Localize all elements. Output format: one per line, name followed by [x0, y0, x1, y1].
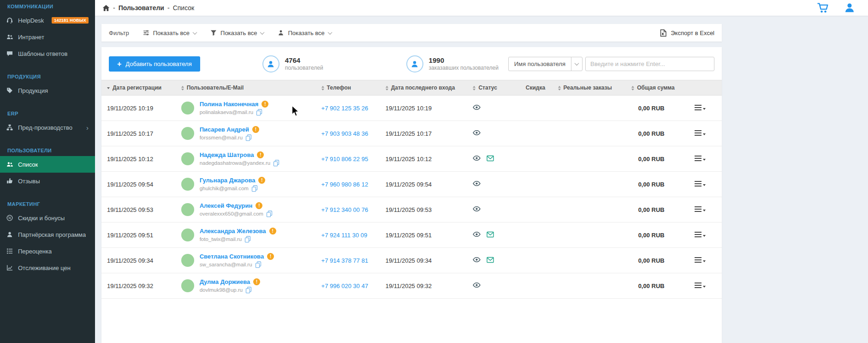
row-actions-menu-button[interactable] — [695, 156, 706, 161]
copy-icon[interactable] — [255, 261, 262, 268]
copy-icon[interactable] — [245, 134, 252, 141]
users-count-label: пользователей — [285, 65, 323, 72]
last-login-date: 19/11/2025 09:51 — [386, 232, 432, 239]
sidebar-item-products[interactable]: Продукция — [0, 82, 95, 99]
sidebar-item-label: Переоценка — [18, 248, 52, 255]
add-user-button[interactable]: + Добавить пользователя — [109, 56, 200, 72]
sidebar-item-users-list[interactable]: Список — [0, 156, 95, 173]
phone-link[interactable]: +7 996 020 30 47 — [321, 283, 369, 289]
eye-status-icon[interactable] — [473, 282, 481, 289]
user-name-link[interactable]: Дулма Доржиева — [200, 278, 250, 285]
row-actions-menu-button[interactable] — [695, 283, 706, 288]
phone-link[interactable]: +7 912 340 00 76 — [321, 206, 369, 213]
sidebar-item-discounts[interactable]: Скидки и бонусы — [0, 210, 95, 226]
copy-icon[interactable] — [245, 287, 252, 294]
copy-icon[interactable] — [251, 185, 258, 192]
sidebar-item-helpdesk[interactable]: HelpDesk 142181 НОВЫХ — [0, 12, 95, 29]
row-actions-menu-button[interactable] — [695, 130, 706, 136]
column-header-status[interactable]: Статус — [469, 80, 522, 96]
phone-link[interactable]: +7 960 980 86 12 — [321, 181, 369, 188]
funnel-icon — [210, 30, 217, 36]
sidebar-item-preproduction[interactable]: Пред-производство › — [0, 119, 95, 136]
eye-status-icon[interactable] — [473, 231, 481, 238]
user-name-link[interactable]: Гульнара Джарова — [200, 177, 256, 184]
column-header-total[interactable]: Общая сумма — [628, 80, 678, 96]
phone-link[interactable]: +7 902 125 35 26 — [321, 105, 369, 112]
sidebar-section-users: ПОЛЬЗОВАТЕЛИ Список Отзывы — [0, 144, 95, 189]
total-amount: 0,00 RUB — [638, 156, 665, 162]
sidebar-item-label: Шаблоны ответов — [18, 50, 68, 57]
avatar — [181, 279, 194, 292]
mail-status-icon[interactable] — [487, 257, 494, 263]
sidebar-item-partner-program[interactable]: Партнёрская программа — [0, 226, 95, 243]
row-actions-menu-button[interactable] — [695, 257, 706, 263]
caret-down-icon — [703, 159, 706, 161]
column-header-phone[interactable]: Телефон — [318, 80, 382, 96]
search-input[interactable] — [585, 57, 714, 71]
mail-status-icon[interactable] — [487, 231, 494, 238]
sidebar-item-intranet[interactable]: Интранет — [0, 29, 95, 45]
user-name-link[interactable]: Полина Наконечная — [200, 101, 259, 108]
filter-dropdown-1[interactable]: Показать все — [143, 30, 196, 36]
sidebar-item-reviews[interactable]: Отзывы — [0, 173, 95, 189]
user-name-link[interactable]: Писарев Андрей — [200, 126, 249, 133]
chat-bubble-icon — [6, 50, 13, 57]
copy-icon[interactable] — [273, 160, 279, 167]
users-content-panel: + Добавить пользователя 4764 пользовател… — [101, 47, 722, 343]
user-name-link[interactable]: Алексей Федурин — [200, 202, 253, 209]
phone-link[interactable]: +7 903 903 48 36 — [321, 130, 369, 137]
registration-date: 19/11/2025 10:12 — [107, 156, 153, 162]
column-header-discount[interactable]: Скидка — [522, 80, 554, 96]
sidebar-item-price-tracking[interactable]: Отслеживание цен — [0, 259, 95, 276]
eye-status-icon[interactable] — [473, 205, 481, 212]
toolbar: + Добавить пользователя 4764 пользовател… — [101, 47, 722, 80]
user-name-link[interactable]: Светлана Скотникова — [200, 253, 264, 260]
user-account-icon[interactable] — [844, 2, 855, 13]
mail-status-icon[interactable] — [487, 155, 494, 162]
breadcrumb-section[interactable]: Пользователи — [119, 4, 164, 12]
registration-date: 19/11/2025 09:32 — [107, 283, 153, 289]
cart-icon[interactable] — [817, 3, 828, 13]
home-link[interactable] — [102, 5, 110, 12]
row-actions-menu-button[interactable] — [695, 181, 706, 187]
export-excel-button[interactable]: Экспорт в Excel — [660, 29, 714, 37]
user-name-link[interactable]: Александра Железова — [200, 228, 266, 235]
column-header-last-login[interactable]: Дата последнего входа — [382, 80, 470, 96]
user-email: ghulchik@gmail.com — [200, 186, 249, 191]
eye-status-icon[interactable] — [473, 104, 481, 111]
eye-status-icon[interactable] — [473, 155, 481, 162]
sort-icon — [558, 86, 561, 90]
user-name-link[interactable]: Надежда Шатрова — [200, 151, 254, 158]
eye-status-icon[interactable] — [473, 256, 481, 263]
eye-status-icon[interactable] — [473, 180, 481, 187]
copy-icon[interactable] — [244, 236, 251, 243]
phone-link[interactable]: +7 910 806 22 95 — [321, 156, 369, 162]
copy-icon[interactable] — [256, 109, 262, 116]
column-header-actions — [678, 80, 722, 96]
row-actions-menu-button[interactable] — [695, 105, 706, 110]
sidebar-item-answer-templates[interactable]: Шаблоны ответов — [0, 45, 95, 62]
row-actions-menu-button[interactable] — [695, 206, 706, 212]
sidebar-item-repricing[interactable]: Переоценка — [0, 243, 95, 259]
column-header-registration-date[interactable]: Дата регистрации — [101, 80, 178, 96]
filter-dropdown-3[interactable]: Показать все — [278, 30, 331, 36]
phone-link[interactable]: +7 914 378 77 81 — [321, 257, 369, 264]
row-actions-menu-button[interactable] — [695, 232, 706, 237]
phone-link[interactable]: +7 924 111 30 09 — [321, 232, 368, 239]
person-circle-icon — [406, 55, 423, 72]
warning-icon — [256, 202, 262, 209]
column-header-user-email[interactable]: Пользователь/E-Mail — [178, 80, 318, 96]
copy-icon[interactable] — [266, 211, 273, 217]
column-header-real-orders[interactable]: Реальные заказы — [554, 80, 628, 96]
breadcrumb-separator: - — [113, 4, 115, 12]
warning-icon — [267, 253, 274, 260]
filter-dropdown-2[interactable]: Показать все — [210, 30, 264, 36]
total-amount: 0,00 RUB — [638, 181, 665, 188]
sidebar-section-header: ПРОДУКЦИЯ — [0, 70, 95, 82]
search-field-select[interactable]: Имя пользователя — [508, 57, 583, 71]
menu-icon — [695, 105, 702, 110]
percent-icon — [6, 215, 13, 221]
eye-status-icon[interactable] — [473, 129, 481, 136]
warning-icon — [253, 278, 260, 285]
main-area: - Пользователи - Список Фильтр Показать … — [95, 0, 868, 343]
